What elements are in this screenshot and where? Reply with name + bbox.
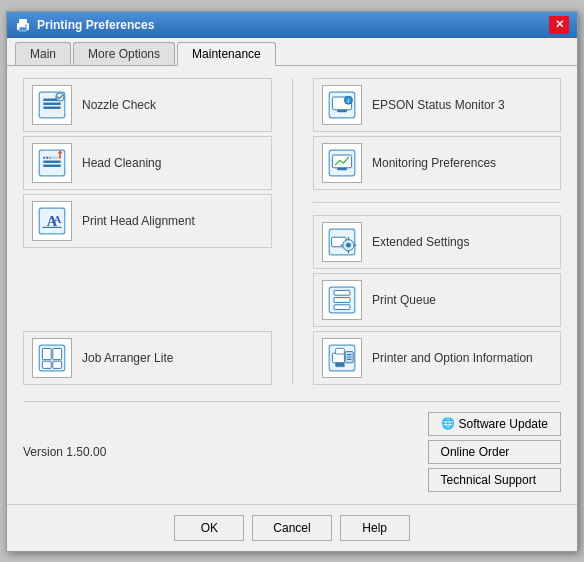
window-title: Printing Preferences <box>37 18 154 32</box>
svg-rect-21 <box>42 348 51 359</box>
monitoring-preferences-icon <box>322 143 362 183</box>
svg-rect-50 <box>347 354 352 355</box>
help-button[interactable]: Help <box>340 515 410 541</box>
technical-support-button[interactable]: Technical Support <box>428 468 561 492</box>
svg-rect-32 <box>337 167 347 169</box>
svg-rect-24 <box>53 361 62 368</box>
svg-rect-12 <box>43 160 61 162</box>
features-grid: Nozzle Check <box>23 78 561 385</box>
job-arranger-lite-icon <box>32 338 72 378</box>
cancel-button[interactable]: Cancel <box>252 515 331 541</box>
bottom-section: Version 1.50.00 🌐 Software Update Online… <box>23 401 561 492</box>
online-order-label: Online Order <box>441 445 510 459</box>
side-buttons-group: 🌐 Software Update Online Order Technical… <box>428 412 561 492</box>
printer-title-icon <box>15 17 31 33</box>
extended-settings-button[interactable]: Extended Settings <box>313 215 561 269</box>
epson-status-monitor-label: EPSON Status Monitor 3 <box>372 98 505 112</box>
extended-settings-icon <box>322 222 362 262</box>
epson-status-monitor-button[interactable]: i EPSON Status Monitor 3 <box>313 78 561 132</box>
printing-preferences-window: Printing Preferences ✕ Main More Options… <box>6 11 578 552</box>
nozzle-check-icon <box>32 85 72 125</box>
right-features-col: i EPSON Status Monitor 3 <box>293 78 561 385</box>
epson-status-monitor-icon: i <box>322 85 362 125</box>
software-update-button[interactable]: 🌐 Software Update <box>428 412 561 436</box>
svg-point-3 <box>25 24 27 26</box>
head-cleaning-button[interactable]: Head Cleaning <box>23 136 272 190</box>
svg-rect-22 <box>53 348 62 359</box>
printer-option-info-icon <box>322 338 362 378</box>
head-cleaning-label: Head Cleaning <box>82 156 161 170</box>
left-spacer <box>23 252 272 327</box>
svg-rect-48 <box>336 362 345 366</box>
print-queue-icon <box>322 280 362 320</box>
svg-rect-6 <box>43 102 61 104</box>
tab-main[interactable]: Main <box>15 42 71 65</box>
printer-option-info-button[interactable]: Printer and Option Information <box>313 331 561 385</box>
svg-text:A: A <box>54 213 62 224</box>
svg-rect-43 <box>334 297 350 302</box>
svg-rect-47 <box>336 348 345 354</box>
svg-rect-10 <box>43 156 61 158</box>
svg-rect-51 <box>347 356 352 357</box>
svg-rect-44 <box>334 304 350 309</box>
svg-rect-23 <box>42 361 51 368</box>
svg-rect-7 <box>43 106 61 108</box>
version-label: Version 1.50.00 <box>23 445 106 459</box>
svg-rect-1 <box>19 19 27 24</box>
right-divider <box>313 202 561 203</box>
head-cleaning-icon <box>32 143 72 183</box>
tab-maintenance[interactable]: Maintenance <box>177 42 276 66</box>
left-features-col: Nozzle Check <box>23 78 293 385</box>
monitoring-preferences-label: Monitoring Preferences <box>372 156 496 170</box>
print-head-alignment-icon: A A <box>32 201 72 241</box>
print-queue-label: Print Queue <box>372 293 436 307</box>
software-update-icon: 🌐 <box>441 417 455 430</box>
title-bar: Printing Preferences ✕ <box>7 12 577 38</box>
svg-rect-42 <box>334 290 350 295</box>
tab-content: Nozzle Check <box>7 66 577 504</box>
close-button[interactable]: ✕ <box>549 16 569 34</box>
svg-rect-52 <box>347 358 352 359</box>
print-head-alignment-button[interactable]: A A Print Head Alignment <box>23 194 272 248</box>
svg-rect-2 <box>19 27 27 31</box>
software-update-label: Software Update <box>459 417 548 431</box>
print-queue-button[interactable]: Print Queue <box>313 273 561 327</box>
dialog-footer: OK Cancel Help <box>7 504 577 551</box>
tab-bar: Main More Options Maintenance <box>7 38 577 66</box>
nozzle-check-label: Nozzle Check <box>82 98 156 112</box>
ok-button[interactable]: OK <box>174 515 244 541</box>
job-arranger-lite-button[interactable]: Job Arranger Lite <box>23 331 272 385</box>
online-order-button[interactable]: Online Order <box>428 440 561 464</box>
job-arranger-lite-label: Job Arranger Lite <box>82 351 173 365</box>
print-head-alignment-label: Print Head Alignment <box>82 214 195 228</box>
title-bar-left: Printing Preferences <box>15 17 154 33</box>
nozzle-check-button[interactable]: Nozzle Check <box>23 78 272 132</box>
monitoring-preferences-button[interactable]: Monitoring Preferences <box>313 136 561 190</box>
svg-rect-13 <box>43 164 61 166</box>
svg-rect-27 <box>337 109 347 111</box>
svg-rect-46 <box>332 353 344 363</box>
tab-more-options[interactable]: More Options <box>73 42 175 65</box>
technical-support-label: Technical Support <box>441 473 536 487</box>
extended-settings-label: Extended Settings <box>372 235 469 249</box>
svg-point-36 <box>346 242 351 247</box>
printer-option-info-label: Printer and Option Information <box>372 351 533 365</box>
